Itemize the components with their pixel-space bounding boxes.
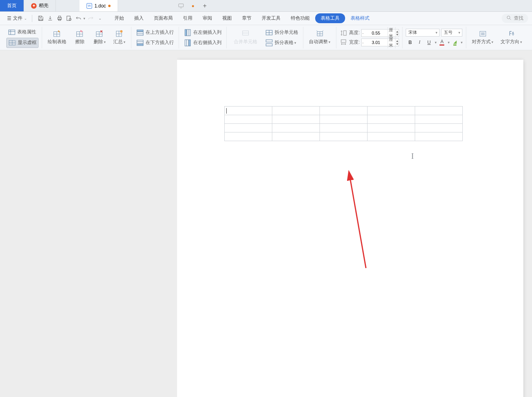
draw-table-icon [53, 30, 61, 38]
table-cell[interactable] [272, 124, 320, 132]
width-stepper[interactable]: ▴▾ [395, 39, 399, 46]
tab-daoke[interactable]: ✦ 稻壳 [24, 0, 56, 11]
table-row[interactable] [225, 132, 463, 141]
row-height-value[interactable] [364, 31, 388, 35]
search-box[interactable]: 查找 [502, 14, 528, 23]
table-cell[interactable] [320, 115, 368, 124]
table-cell[interactable] [272, 107, 320, 115]
font-color-dropdown-icon[interactable]: ▾ [448, 40, 450, 44]
italic-button[interactable]: I [415, 38, 424, 47]
summary-icon [115, 30, 123, 38]
text-direction-button[interactable]: A 文字方向▾ [498, 29, 525, 46]
table-cell[interactable] [225, 115, 272, 124]
table-row[interactable] [225, 115, 463, 124]
font-color-button[interactable]: A [438, 38, 446, 47]
ribbon-tab-tabletools[interactable]: 表格工具 [315, 13, 345, 23]
insert-row-below-button[interactable]: 在下方插入行 [135, 38, 175, 48]
save-button[interactable] [36, 14, 45, 23]
new-tab-button[interactable]: + [197, 0, 212, 11]
col-width-input[interactable]: - 厘米 ▴▾ [361, 39, 399, 46]
split-cells-button[interactable]: 拆分单元格 [264, 28, 300, 37]
table-cell[interactable] [368, 124, 415, 132]
screen-icon[interactable] [173, 0, 189, 11]
tab-home[interactable]: 首页 [0, 0, 24, 11]
tab-document[interactable]: W 1.doc [79, 0, 118, 11]
ribbon-tab-insert[interactable]: 插入 [129, 13, 148, 24]
table-properties-button[interactable]: 表格属性 [6, 28, 39, 37]
table-cell[interactable] [368, 107, 415, 115]
highlight-button[interactable]: ◢ [451, 38, 459, 47]
height-label: 高度: [349, 29, 360, 36]
svg-rect-28 [344, 31, 346, 35]
table-row[interactable] [225, 107, 463, 115]
document-page[interactable]: ▾ I [177, 60, 523, 397]
col-width-value[interactable] [364, 40, 388, 45]
table-cell[interactable] [320, 107, 368, 115]
table-cell[interactable] [272, 132, 320, 141]
table-cell[interactable] [225, 107, 272, 115]
workspace: ▾ I [0, 50, 532, 397]
draw-table-button[interactable]: 绘制表格 [45, 29, 69, 46]
insert-row-above-button[interactable]: 在上方插入行 [135, 28, 175, 37]
tab-home-label: 首页 [7, 2, 17, 9]
print-preview-button[interactable] [65, 14, 73, 23]
ribbon-tab-devtools[interactable]: 开发工具 [257, 13, 285, 24]
insert-col-right-button[interactable]: 在右侧插入列 [182, 38, 223, 48]
table-cell[interactable] [415, 107, 463, 115]
font-family-select[interactable]: 宋体 [406, 29, 440, 37]
split-table-icon [265, 39, 273, 47]
page-area[interactable]: ▾ I [177, 50, 532, 397]
autofit-button[interactable]: 自动调整▾ [307, 29, 333, 46]
underline-dropdown-icon[interactable]: ▾ [435, 40, 437, 44]
print-button[interactable] [55, 14, 64, 23]
merge-cells-button[interactable]: 合并单元格 [230, 28, 261, 47]
height-stepper[interactable]: ▴▾ [395, 30, 399, 36]
hamburger-icon: ☰ [7, 16, 11, 21]
alignment-button[interactable]: 对齐方式▾ [469, 29, 496, 46]
table-cell[interactable] [320, 124, 368, 132]
ribbon-tab-features[interactable]: 特色功能 [286, 13, 314, 24]
underline-button[interactable]: U [425, 38, 433, 47]
table-cell[interactable] [225, 132, 272, 141]
eraser-button[interactable]: 擦除 [71, 29, 89, 46]
ribbon-tab-tablestyle[interactable]: 表格样式 [346, 13, 374, 24]
insert-col-left-label: 在左侧插入列 [193, 29, 222, 36]
row-height-icon [340, 29, 347, 37]
summary-button[interactable]: 汇总▾ [111, 29, 128, 46]
table-cell[interactable] [368, 132, 415, 141]
file-menu-button[interactable]: ☰ 文件 ⌄ [4, 14, 30, 23]
ribbon-tab-start[interactable]: 开始 [110, 13, 129, 24]
svg-line-33 [349, 175, 366, 268]
document-table[interactable] [224, 106, 463, 141]
ribbon-tab-view[interactable]: 视图 [218, 13, 236, 24]
undo-dropdown-icon[interactable]: ▾ [83, 17, 85, 20]
row-height-input[interactable]: - 厘米 ▴▾ [361, 29, 399, 37]
table-cell[interactable] [320, 132, 368, 141]
ribbon-tab-references[interactable]: 引用 [178, 13, 197, 24]
table-cell[interactable] [415, 132, 463, 141]
merge-cells-icon [242, 29, 249, 37]
highlight-dropdown-icon[interactable]: ▾ [461, 40, 463, 44]
ribbon-tab-review[interactable]: 审阅 [198, 13, 217, 24]
customize-qa-button[interactable]: ⌄ [96, 14, 104, 23]
font-size-select[interactable]: 五号 [441, 29, 462, 37]
show-gridlines-button[interactable]: 显示虚框 [6, 38, 39, 48]
table-cell[interactable] [415, 115, 463, 124]
delete-button[interactable]: 删除▾ [91, 29, 108, 46]
table-cell[interactable] [368, 115, 415, 124]
table-row[interactable] [225, 124, 463, 132]
split-table-button[interactable]: 拆分表格▾ [264, 38, 300, 48]
alignment-icon [479, 30, 487, 38]
status-dot-icon: ● [189, 0, 197, 11]
table-cell[interactable] [415, 124, 463, 132]
table-cell[interactable] [225, 124, 272, 132]
undo-button[interactable] [74, 14, 83, 23]
ribbon-tab-pagelayout[interactable]: 页面布局 [149, 13, 177, 24]
insert-col-left-button[interactable]: 在左侧插入列 [182, 28, 223, 37]
ribbon-tab-chapter[interactable]: 章节 [237, 13, 256, 24]
svg-rect-18 [137, 44, 143, 46]
bold-button[interactable]: B [406, 38, 414, 47]
export-button[interactable] [46, 14, 54, 23]
table-cell[interactable] [272, 115, 320, 124]
redo-button[interactable] [86, 14, 95, 23]
